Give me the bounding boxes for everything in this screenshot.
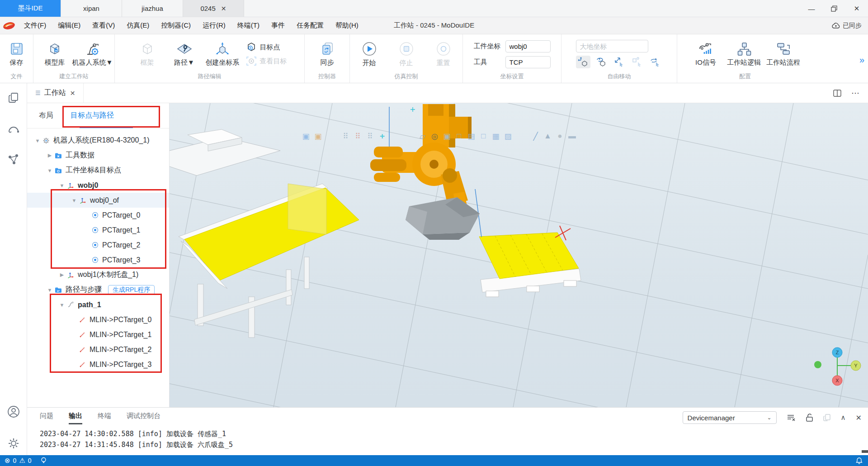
node-drag-tool-button[interactable] [630,56,645,68]
tree-row-wobj1[interactable]: ▶ wobj1(木制托盘_1) [27,267,169,282]
doc-tab-xipan[interactable]: xipan [61,0,122,17]
sync-button[interactable]: 同步 [310,41,345,68]
station-flow-button[interactable]: 工作站流程 [764,41,802,68]
clear-output-icon[interactable] [787,414,796,421]
tree-row-pctarget-2[interactable]: PCTarget_2 [27,238,169,252]
tree-row-paths-steps[interactable]: ▼ 路径与步骤 生成RPL程序 [27,282,169,297]
tab-debug-console[interactable]: 调试控制台 [127,412,160,420]
model-library-button[interactable]: 模型库 [37,41,72,68]
tree-row-mlin-1[interactable]: MLIN->PCTarget_1 [27,327,169,342]
settings-gear-icon[interactable] [6,436,21,451]
tree-row-path-1[interactable]: ▼ path_1 [27,297,169,312]
view-cube-3-icon[interactable]: ▤ [465,132,477,141]
node-graph-icon[interactable] [6,152,21,166]
view-cube-2-icon[interactable]: □ [453,132,465,141]
user-account-icon[interactable] [6,404,21,419]
workstation-tab[interactable]: ☰ 工作站 ✕ [27,83,84,103]
tab-layout[interactable]: 布局 [39,111,53,120]
start-button[interactable]: 开始 [352,40,387,68]
restore-button[interactable] [823,0,845,17]
io-signal-button[interactable]: IO信号 [688,41,723,68]
generate-rpl-button[interactable]: 生成RPL程序 [108,285,155,295]
device-select[interactable]: Devicemanager ⌄ [683,411,777,424]
tab-terminal[interactable]: 终端 [98,412,111,420]
view-cube-4-icon[interactable]: □ [477,132,490,141]
cone-icon[interactable]: ▲ [542,132,554,141]
tree-row-mlin-2[interactable]: MLIN->PCTarget_2 [27,342,169,357]
target-point-button[interactable]: 目标点 [246,42,280,52]
doc-tab-jiazhua[interactable]: jiazhua [122,0,183,17]
doc-tab-0245[interactable]: 0245 ✕ [183,0,244,17]
menu-run[interactable]: 运行(R) [197,17,231,34]
drag-tool-button[interactable] [612,56,627,68]
cube-solid-orange-icon[interactable]: ▣ [312,132,324,141]
tree-row-wobj0[interactable]: ▼ wobj0 [27,178,169,193]
snap-grid-red-icon[interactable]: ⠿ [352,132,364,141]
pages-icon[interactable] [6,90,21,105]
snap-grid-blue-icon[interactable]: ⠿ [364,132,376,141]
expander-icon[interactable]: ▼ [58,302,66,308]
tab-output[interactable]: 输出 [69,412,82,420]
tree-row-wobj0-of[interactable]: ▼ wobj0_of [27,193,169,208]
cube-solid-blue-icon[interactable]: ▣ [300,132,312,141]
path-button[interactable]: 路径▼ [167,41,202,68]
measure-icon[interactable]: ╱ [529,132,542,141]
menu-simulation[interactable]: 仿真(E) [121,17,155,34]
more-actions-icon[interactable]: ⋯ [851,88,860,98]
tab-targets-paths[interactable]: 目标点与路径 [71,111,114,120]
move-tool-button[interactable] [576,56,590,68]
tree-row-workobj-targets[interactable]: ▼ 工件坐标&目标点 [27,163,169,178]
menu-view[interactable]: 查看(V) [86,17,121,34]
ribbon-expand-icon[interactable]: » [859,55,864,65]
lightbulb-icon[interactable] [41,457,47,464]
workobj-input[interactable] [505,40,551,52]
tab-close-icon[interactable]: ✕ [221,5,226,12]
tree-row-pctarget-3[interactable]: PCTarget_3 [27,252,169,267]
3d-viewport[interactable]: Z Y X ▣ ▣ ⠿ ⠿ ⠿ + ▱ ◎ ▣ □ ▤ □ ▦ ▨ ╱ ▲ ● … [170,103,868,407]
rotate-tool-button[interactable] [594,56,609,68]
view-cube-1-icon[interactable]: ▣ [441,132,453,141]
station-logic-button[interactable]: 工作站逻辑 [725,41,763,68]
view-cube-5-icon[interactable]: ▦ [490,132,502,141]
snap-grid-icon[interactable]: ⠿ [340,132,352,141]
tree-row-pctarget-1[interactable]: PCTarget_1 [27,223,169,238]
menu-help[interactable]: 帮助(H) [330,17,364,34]
menu-event[interactable]: 事件 [265,17,291,34]
world-coord-input[interactable] [576,40,648,52]
close-button[interactable]: ✕ [845,0,868,17]
menu-task-config[interactable]: 任务配置 [291,17,330,34]
expander-icon[interactable]: ▼ [46,287,54,293]
plane-select-icon[interactable]: ▱ [416,132,429,141]
tree-row-pctarget-0[interactable]: PCTarget_0 [27,208,169,223]
tree-row-robot-system[interactable]: ▼ 机器人系统(ER180-4-3200_1) [27,133,169,148]
tool-input[interactable] [505,56,551,68]
unlock-icon[interactable] [806,414,813,422]
split-view-icon[interactable] [833,90,841,97]
eraser-icon[interactable]: ▬ [566,132,578,141]
tab-problems[interactable]: 问题 [40,412,53,420]
tree-row-mlin-3[interactable]: MLIN->PCTarget_3 [27,357,169,372]
workstation-tab-close-icon[interactable]: ✕ [70,90,75,97]
menu-terminal[interactable]: 终端(T) [231,17,265,34]
axis-gizmo[interactable]: Z Y X [814,347,861,385]
menu-file[interactable]: 文件(F) [18,17,52,34]
app-home-tab[interactable]: 墨斗IDE [0,0,61,17]
problems-summary[interactable]: ⊗ 0 ⚠ 0 [0,456,47,465]
save-button[interactable]: 保存 [0,41,34,68]
tree-row-tool-data[interactable]: ▶ 工具数据 [27,148,169,163]
expander-icon[interactable]: ▼ [46,168,54,173]
view-cube-6-icon[interactable]: ▨ [502,132,514,141]
minimize-button[interactable]: — [800,0,823,17]
create-coord-button[interactable]: 创建坐标系 [204,41,241,68]
robot-system-button[interactable]: 机器人系统▼ [74,41,111,68]
sphere-icon[interactable]: ● [554,132,566,141]
menu-edit[interactable]: 编辑(E) [52,17,86,34]
tree-row-mlin-0[interactable]: MLIN->PCTarget_0 [27,312,169,327]
expander-icon[interactable]: ▼ [58,183,66,188]
center-point-icon[interactable]: ◎ [429,132,441,141]
expander-icon[interactable]: ▶ [58,272,66,278]
notifications-bell-icon[interactable] [856,457,863,464]
scrollbar-handle[interactable] [862,450,868,453]
axis-snap-icon[interactable]: + [376,131,388,141]
expander-icon[interactable]: ▼ [70,198,78,203]
